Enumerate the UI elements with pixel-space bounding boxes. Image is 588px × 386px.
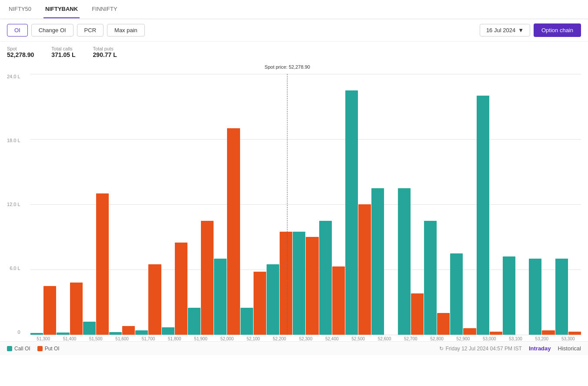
y-label-18: 18.0 L [7, 138, 23, 143]
put-oi-color [37, 346, 43, 351]
legend-call-oi: Call OI [7, 346, 30, 352]
call-bar [529, 259, 541, 335]
calls-stat: Total calls 371.05 L [51, 46, 75, 58]
x-axis: 51,30051,40051,50051,60051,70051,80051,9… [30, 335, 581, 341]
y-label-12: 12.0 L [7, 202, 23, 207]
chart-area: 24.0 L 18.0 L 12.0 L 6.0 L 0 Spot price:… [0, 61, 588, 341]
x-label: 52,200 [267, 336, 292, 341]
call-bar [450, 253, 463, 335]
x-label: 52,700 [398, 336, 424, 341]
footer-right: ↻ Friday 12 Jul 2024 04:57 PM IST Intrad… [439, 345, 581, 352]
call-bar [503, 256, 515, 335]
bar-group [529, 259, 555, 335]
bars-container [30, 74, 581, 335]
nav-tab-nifty50[interactable]: NIFTY50 [7, 0, 33, 18]
x-label: 51,600 [109, 336, 135, 341]
oi-button[interactable]: OI [7, 24, 28, 37]
x-label: 51,400 [57, 336, 82, 341]
put-bar [306, 237, 318, 335]
spot-stat: Spot 52,278.90 [7, 46, 34, 58]
x-label: 52,100 [241, 336, 266, 341]
x-label: 53,300 [555, 336, 581, 341]
x-label: 52,900 [450, 336, 476, 341]
put-bar [122, 326, 135, 335]
x-label: 51,700 [135, 336, 161, 341]
date-selector[interactable]: 16 Jul 2024 ▼ [480, 24, 530, 37]
put-oi-label: Put OI [45, 346, 60, 352]
max-pain-button[interactable]: Max pain [107, 24, 145, 37]
stats-row: Spot 52,278.90 Total calls 371.05 L Tota… [0, 42, 588, 61]
legend-put-oi: Put OI [37, 346, 60, 352]
y-label-6: 6.0 L [7, 266, 23, 271]
y-label-0: 0 [7, 329, 23, 335]
refresh-info: ↻ Friday 12 Jul 2024 04:57 PM IST [439, 346, 522, 352]
call-bar [57, 333, 69, 335]
put-bar [96, 193, 109, 335]
calls-label: Total calls [51, 46, 75, 51]
put-bar [411, 293, 424, 335]
call-bar [214, 259, 227, 335]
bar-group [319, 221, 345, 335]
bar-group [477, 96, 502, 335]
nav-tab-niftybank[interactable]: NIFTYBANK [43, 0, 80, 18]
call-bar [555, 259, 568, 335]
call-bar [30, 333, 43, 335]
x-label: 52,800 [424, 336, 450, 341]
put-bar [542, 330, 555, 335]
nav-tab-finnifty[interactable]: FINNIFTY [90, 0, 119, 18]
put-bar [254, 272, 266, 335]
x-label: 51,900 [188, 336, 214, 341]
call-bar [109, 332, 122, 335]
footer: Call OI Put OI ↻ Friday 12 Jul 2024 04:5… [0, 341, 588, 355]
x-label: 51,500 [83, 336, 109, 341]
call-bar [477, 96, 489, 335]
call-oi-color [7, 346, 12, 351]
x-label: 52,600 [371, 336, 397, 341]
intraday-button[interactable]: Intraday [529, 345, 551, 352]
put-bar [175, 243, 187, 335]
bar-group [398, 188, 424, 335]
put-bar [148, 264, 161, 335]
spot-label: Spot [7, 46, 34, 51]
call-bar [371, 188, 384, 335]
call-bar [424, 221, 437, 335]
bar-group [371, 188, 397, 335]
bar-group [214, 128, 240, 335]
bar-group [503, 256, 528, 335]
x-label: 52,500 [345, 336, 371, 341]
call-bar [162, 327, 174, 335]
historical-button[interactable]: Historical [558, 345, 581, 352]
bar-group [293, 232, 318, 335]
y-label-24: 24.0 L [7, 74, 23, 79]
call-bar [83, 322, 96, 335]
bar-group [135, 264, 161, 335]
put-bar [332, 266, 345, 335]
spot-value: 52,278.90 [7, 51, 34, 58]
bar-group [450, 253, 476, 335]
call-bar [135, 330, 148, 335]
bar-group [424, 221, 450, 335]
x-label: 52,300 [293, 336, 318, 341]
bar-group [109, 326, 135, 335]
refresh-time: Friday 12 Jul 2024 04:57 PM IST [446, 346, 522, 352]
top-nav: NIFTY50 NIFTYBANK FINNIFTY [0, 0, 588, 19]
bar-group [267, 232, 292, 335]
pcr-button[interactable]: PCR [77, 24, 104, 37]
x-label: 51,800 [162, 336, 187, 341]
legend: Call OI Put OI [7, 346, 60, 352]
put-bar [201, 221, 214, 335]
put-bar [280, 232, 292, 335]
call-bar [345, 90, 358, 335]
chart-container: 24.0 L 18.0 L 12.0 L 6.0 L 0 Spot price:… [30, 74, 581, 335]
bar-group [345, 90, 371, 335]
change-oi-button[interactable]: Change OI [31, 24, 74, 37]
call-bar [241, 308, 253, 335]
bar-group [188, 221, 214, 335]
put-bar [227, 128, 240, 335]
put-bar [70, 283, 83, 335]
call-bar [267, 264, 279, 335]
option-chain-button[interactable]: Option chain [534, 23, 581, 37]
bar-group [57, 283, 82, 335]
put-bar [358, 204, 371, 335]
bar-group [30, 286, 56, 335]
